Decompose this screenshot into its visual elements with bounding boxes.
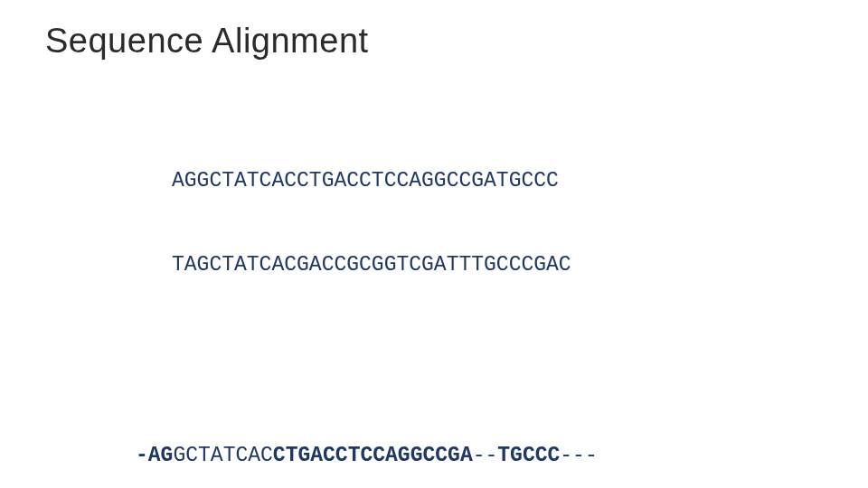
seg: GCTATCAC	[173, 444, 272, 467]
seg: ---	[560, 444, 597, 467]
page-title: Sequence Alignment	[45, 22, 832, 61]
seq1-aligned: -AGGCTATCACCTGACCTCCAGGCCGA--TGCCC---	[136, 442, 832, 470]
unaligned-block: AGGCTATCACCTGACCTCCAGGCCGATGCCC TAGCTATC…	[172, 111, 832, 335]
seg: TGCCC	[497, 444, 560, 467]
aligned-block: -AGGCTATCACCTGACCTCCAGGCCGA--TGCCC--- TA…	[136, 386, 832, 488]
seq2-raw: TAGCTATCACGACCGCGGTCGATTTGCCCGAC	[172, 251, 832, 279]
seg: -AG	[136, 444, 173, 467]
seg: CTGACCTCCAGGCCGA	[273, 444, 473, 467]
seq1-raw: AGGCTATCACCTGACCTCCAGGCCGATGCCC	[172, 167, 832, 195]
seg: --	[473, 444, 498, 467]
slide: Sequence Alignment AGGCTATCACCTGACCTCCAG…	[0, 0, 868, 488]
